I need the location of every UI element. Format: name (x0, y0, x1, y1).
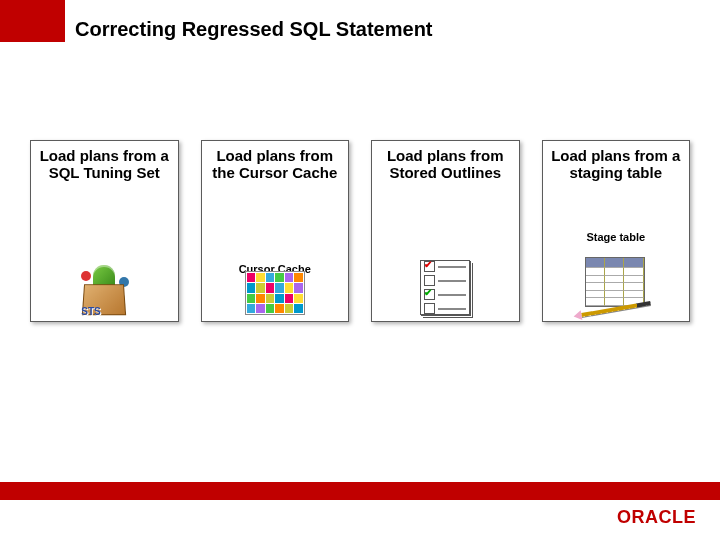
footer-accent-bar (0, 482, 720, 500)
card-sql-tuning-set: Load plans from a SQL Tuning Set STS (30, 140, 179, 322)
brand-accent-block (0, 0, 65, 42)
card-heading: Load plans from a staging table (543, 141, 690, 182)
sts-box-icon: STS (75, 265, 133, 315)
card-cursor-cache: Load plans from the Cursor Cache Cursor … (201, 140, 350, 322)
slide-title: Correcting Regressed SQL Statement (75, 18, 433, 41)
card-heading: Load plans from the Cursor Cache (202, 141, 349, 182)
card-stored-outlines: Load plans from Stored Outlines (371, 140, 520, 322)
oracle-logo: ORACLE (617, 507, 696, 528)
color-grid-icon (245, 271, 305, 315)
sts-badge: STS (81, 306, 100, 317)
card-heading: Load plans from a SQL Tuning Set (31, 141, 178, 182)
cards-row: Load plans from a SQL Tuning Set STS Loa… (30, 140, 690, 322)
card-heading: Load plans from Stored Outlines (372, 141, 519, 182)
card-caption: Stage table (543, 231, 690, 243)
table-pencil-icon (581, 257, 651, 315)
checklist-icon (420, 260, 470, 315)
card-staging-table: Load plans from a staging table Stage ta… (542, 140, 691, 322)
